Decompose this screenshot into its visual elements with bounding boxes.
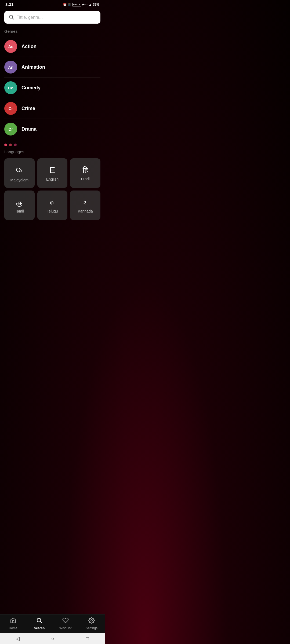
lang-symbol: हि [83, 166, 88, 174]
genre-name: Animation [21, 64, 45, 70]
languages-label: Languages [0, 148, 105, 157]
lang-name: Tamil [15, 209, 24, 213]
genre-name: Drama [21, 126, 37, 132]
volte-icon: VoLTE [72, 3, 81, 6]
lang-symbol: ಞ [82, 198, 89, 206]
genres-list: Ac Action An Animation Co Comedy Cr Crim… [0, 36, 105, 139]
genre-item[interactable]: Cr Crime [4, 98, 100, 119]
svg-text:A: A [19, 168, 22, 173]
lang-name: Hindi [81, 177, 90, 181]
genre-avatar: Co [4, 81, 17, 94]
lang-symbol: థ [49, 198, 56, 206]
genre-name: Action [21, 44, 37, 49]
language-card[interactable]: ಞ Kannada [70, 191, 100, 220]
genre-item[interactable]: Dr Drama [4, 119, 100, 139]
genre-item[interactable]: Ac Action [4, 36, 100, 57]
search-placeholder: Tittle, genre... [17, 15, 43, 20]
signal-icon: ▲ [89, 3, 92, 6]
alarm-icon: ⏰ [63, 3, 67, 6]
genre-avatar: Dr [4, 123, 17, 136]
language-card[interactable]: E English [37, 158, 68, 188]
language-card[interactable]: థ Telugu [37, 191, 68, 220]
genre-avatar: Cr [4, 102, 17, 115]
genre-avatar: Ac [4, 40, 17, 53]
dots-row [0, 139, 105, 148]
languages-grid: ΩA Malayalam E English हि Hindi ஞ Tamil … [0, 157, 105, 223]
status-icons: ⏰ 📳 VoLTE ⇄4G ▲ 37% [63, 3, 99, 6]
genre-name: Crime [21, 106, 35, 111]
genre-name: Comedy [21, 85, 41, 91]
genre-item[interactable]: Co Comedy [4, 78, 100, 98]
search-bar[interactable]: Tittle, genre... [4, 11, 100, 24]
lang-name: Telugu [47, 209, 58, 213]
language-card[interactable]: हि Hindi [70, 158, 100, 188]
status-bar: 3:31 ⏰ 📳 VoLTE ⇄4G ▲ 37% [0, 0, 105, 8]
language-card[interactable]: ΩA Malayalam [4, 158, 35, 188]
genre-avatar: An [4, 61, 17, 74]
lang-name: Kannada [78, 209, 93, 213]
search-container: Tittle, genre... [0, 8, 105, 27]
genres-label: Genres [0, 27, 105, 36]
lang-name: Malayalam [10, 178, 28, 182]
pagination-dot [4, 144, 7, 146]
vibrate-icon: 📳 [68, 3, 71, 6]
lang-symbol: ΩA [15, 165, 23, 175]
lang-symbol: ஞ [16, 198, 23, 206]
network-icon: ⇄4G [82, 3, 88, 6]
status-time: 3:31 [5, 2, 13, 7]
genre-item[interactable]: An Animation [4, 57, 100, 78]
svg-line-1 [12, 18, 14, 19]
search-icon [9, 14, 14, 20]
pagination-dot [9, 144, 12, 146]
lang-name: English [46, 177, 59, 181]
language-card[interactable]: ஞ Tamil [4, 191, 35, 220]
lang-symbol: E [49, 166, 55, 174]
pagination-dot [14, 144, 17, 146]
battery-icon: 37% [93, 3, 99, 6]
